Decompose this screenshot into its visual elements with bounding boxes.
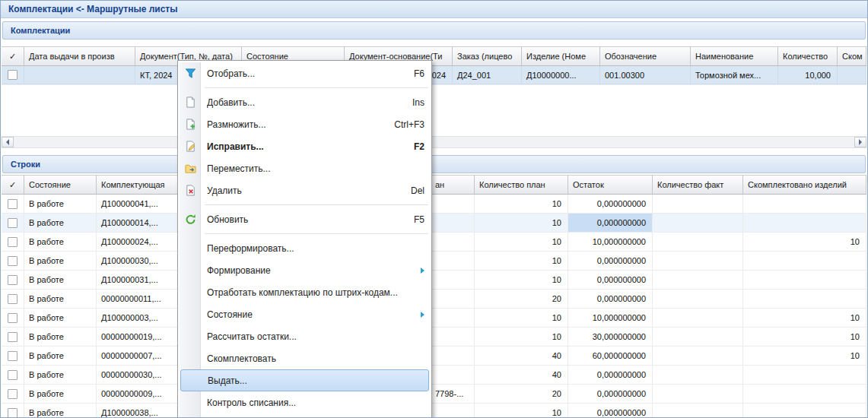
menu-item-reformat[interactable]: Переформировать... [179,237,431,259]
cell-state[interactable]: В работе [24,404,97,417]
select-all-header[interactable]: ✓ [2,47,24,65]
cell-state[interactable]: В работе [24,328,97,346]
col-header-assembled[interactable]: Ском [838,47,866,65]
cell-component[interactable]: Д100000031,... [97,271,178,289]
cell-quantity-fact[interactable] [653,347,743,365]
cell-rest[interactable]: 10,000000000 [568,233,653,251]
row-checkbox[interactable] [2,195,24,213]
row-checkbox[interactable] [2,366,24,384]
cell-quantity-fact[interactable] [653,214,743,232]
cell-rest[interactable]: 0,000000000 [568,214,653,232]
cell-component[interactable]: Д100000041,... [97,195,178,213]
cell-assembled[interactable] [743,271,866,289]
cell-assembled[interactable] [743,404,866,417]
col-header-product[interactable]: Изделие (Номе [522,47,600,65]
cell-designation[interactable]: 001.00300 [600,66,691,84]
cell-quantity-fact[interactable] [653,252,743,270]
cell-quantity-plan[interactable]: 40 [475,347,568,365]
table-row[interactable]: В работе 00000000007,... 40 60,000000000… [2,347,866,366]
col-header-component[interactable]: Комплектующая [97,176,178,194]
cell-quantity-plan[interactable]: 10 [475,271,568,289]
menu-item-state[interactable]: Состояние [179,303,431,325]
cell-assembled[interactable]: 10 [743,233,866,251]
cell-component[interactable]: Д100000038,... [97,404,178,417]
scroll-left-button[interactable] [2,137,14,147]
cell-component[interactable]: Д100000014,... [97,214,178,232]
cell-rest[interactable]: 10,000000000 [568,309,653,327]
row-checkbox[interactable] [2,347,24,365]
menu-item-filter[interactable]: Отобрать...F6 [179,62,431,84]
cell-component[interactable]: 00000000009,... [97,385,178,403]
cell-quantity-fact[interactable] [653,385,743,403]
cell-assembled[interactable] [838,66,866,84]
col-header-quantity[interactable]: Количество [778,47,838,65]
table-row[interactable]: В работе 00000000009,... 7798-... 20 0,0… [2,385,866,404]
table-row[interactable]: В работе Д100000041,... 10 0,000000000 [2,195,866,214]
cell-assembled[interactable] [743,214,866,232]
cell-rest[interactable]: 0,000000000 [568,290,653,308]
cell-rest[interactable]: 0,000000000 [568,195,653,213]
cell-component[interactable]: Д100000024,... [97,233,178,251]
cell-assembled[interactable] [743,195,866,213]
table-row[interactable]: В работе 00000000019,... 10 30,000000000… [2,328,866,347]
cell-product[interactable]: Д10000000... [522,66,600,84]
cell-rest[interactable]: 0,000000000 [568,271,653,289]
col-header-date-issued[interactable]: Дата выдачи в произв [24,47,135,65]
menu-item-move[interactable]: Переместить... [179,157,431,179]
cell-assembled[interactable] [743,385,866,403]
cell-rest[interactable]: 0,000000000 [568,252,653,270]
cell-state[interactable]: В работе [24,195,97,213]
cell-state[interactable]: В работе [24,214,97,232]
col-header-rest[interactable]: Остаток [568,176,653,194]
table-row[interactable]: В работе Д100000014,... 10 0,000000000 [2,214,866,233]
cell-quantity-plan[interactable]: 10 [475,214,568,232]
cell-quantity-plan[interactable]: 20 [475,385,568,403]
horizontal-scrollbar[interactable] [2,136,866,148]
cell-quantity-plan[interactable]: 10 [475,252,568,270]
row-checkbox[interactable] [2,309,24,327]
menu-item-issue[interactable]: Выдать... [180,369,429,391]
cell-component[interactable]: Д100000030,... [97,252,178,270]
col-header-designation[interactable]: Обозначение [600,47,691,65]
cell-rest[interactable]: 0,000000000 [568,366,653,384]
menu-item-calc-rests[interactable]: Рассчитать остатки... [179,325,431,347]
cell-state[interactable]: В работе [24,252,97,270]
table-row[interactable]: В работе 00000000011,... 20 0,000000000 [2,290,866,309]
row-checkbox[interactable] [2,404,24,417]
cell-quantity-fact[interactable] [653,233,743,251]
menu-item-writeoff-control[interactable]: Контроль списания... [179,391,431,413]
cell-quantity-plan[interactable]: 10 [475,309,568,327]
row-checkbox[interactable] [2,66,24,84]
scroll-right-button[interactable] [854,137,866,147]
cell-assembled[interactable] [743,252,866,270]
cell-rest[interactable]: 0,000000000 [568,385,653,403]
cell-rest[interactable]: 0,000000000 [568,404,653,417]
cell-rest[interactable]: 30,000000000 [568,328,653,346]
cell-component[interactable]: 00000000019,... [97,328,178,346]
col-header-quantity-fact[interactable]: Количество факт [653,176,743,194]
cell-quantity-fact[interactable] [653,290,743,308]
cell-component[interactable]: 00000000007,... [97,347,178,365]
row-checkbox[interactable] [2,290,24,308]
table-row[interactable]: В работе 00000000030,... 40 0,000000000 [2,366,866,385]
menu-item-add[interactable]: Добавить...Ins [179,91,431,113]
menu-item-formation[interactable]: Формирование [179,259,431,281]
table-row[interactable]: В работе Д100000030,... 10 0,000000000 [2,252,866,271]
table-row[interactable]: В работе Д100000038,... 10 0,000000000 [2,404,866,417]
cell-rest[interactable]: 60,000000000 [568,347,653,365]
cell-assembled[interactable] [743,366,866,384]
menu-item-refresh[interactable]: ОбновитьF5 [179,208,431,230]
cell-component[interactable]: 00000000030,... [97,366,178,384]
table-row[interactable]: В работе Д100000003,... 10 10,000000000 … [2,309,866,328]
cell-date-issued[interactable] [24,66,135,84]
cell-quantity[interactable]: 10,000 [778,66,838,84]
cell-state[interactable]: В работе [24,233,97,251]
cell-assembled[interactable]: 10 [743,328,866,346]
cell-order[interactable]: Д24_001 [453,66,522,84]
table-row[interactable]: В работе Д100000024,... 10 10,000000000 … [2,233,866,252]
cell-component[interactable]: 00000000011,... [97,290,178,308]
row-checkbox[interactable] [2,252,24,270]
cell-quantity-plan[interactable]: 10 [475,233,568,251]
select-all-header[interactable]: ✓ [2,176,24,194]
col-header-name[interactable]: Наименование [691,47,778,65]
